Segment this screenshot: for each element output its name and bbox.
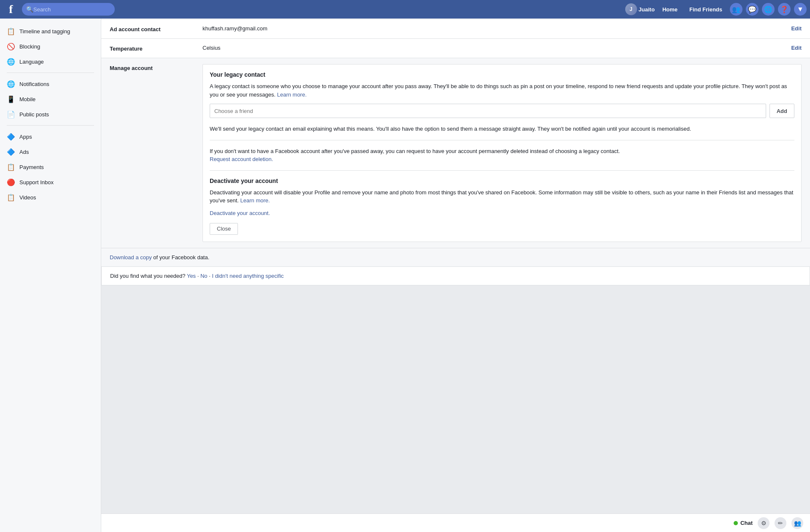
sidebar-item-label: Mobile [19, 96, 35, 102]
temperature-row: Temperature Celsius Edit [101, 39, 810, 58]
notifications-sidebar-icon: 🌐 [7, 80, 15, 88]
deletion-info-text: If you don't want to have a Facebook acc… [210, 147, 794, 164]
sidebar-item-label: Videos [19, 194, 36, 201]
find-friends-link[interactable]: Find Friends [685, 6, 726, 13]
ads-icon: 🔷 [7, 148, 15, 156]
avatar: J [625, 3, 637, 15]
sidebar-item-label: Apps [19, 134, 32, 140]
temperature-edit[interactable]: Edit [791, 45, 802, 51]
payments-icon: 📋 [7, 163, 15, 171]
sidebar-item-payments[interactable]: 📋 Payments [0, 159, 101, 175]
sidebar-item-label: Payments [19, 164, 44, 170]
public-posts-icon: 📄 [7, 110, 15, 118]
deactivate-learn-more-link[interactable]: Learn more. [240, 197, 270, 204]
sidebar-item-blocking[interactable]: 🚫 Blocking [0, 39, 101, 54]
download-link[interactable]: Download a copy [110, 254, 152, 261]
sidebar-section-general: 📋 Timeline and tagging 🚫 Blocking 🌐 Lang… [0, 24, 101, 69]
main-content: Contact Primary: khuffash.ramy@gmail.com… [101, 0, 810, 311]
ad-contact-label: Ad account contact [110, 25, 202, 32]
blocking-icon: 🚫 [7, 42, 15, 51]
ad-contact-edit[interactable]: Edit [791, 25, 802, 32]
legacy-desc: A legacy contact is someone who you choo… [210, 82, 794, 99]
ad-contact-row: Ad account contact khuffash.ramy@gmail.c… [101, 19, 810, 39]
apps-icon: 🔷 [7, 132, 15, 141]
manage-account-row: Manage account Your legacy contact A leg… [101, 58, 810, 248]
friends-icon[interactable]: 👥 [730, 3, 742, 16]
deactivate-desc: Deactivating your account will disable y… [210, 188, 794, 205]
help-icon[interactable]: ❓ [778, 3, 791, 16]
manage-account-content: Your legacy contact A legacy contact is … [202, 64, 802, 242]
sidebar-item-mobile[interactable]: 📱 Mobile [0, 91, 101, 107]
feedback-yes[interactable]: Yes [187, 273, 196, 279]
messages-icon[interactable]: 💬 [746, 3, 759, 16]
download-row: Download a copy of your Facebook data. [101, 248, 810, 267]
mobile-icon: 📱 [7, 95, 15, 103]
ad-contact-value: khuffash.ramy@gmail.com [202, 25, 784, 32]
deactivate-text: Deactivating your account will disable y… [210, 189, 793, 204]
deactivate-section: Deactivate your account Deactivating you… [210, 177, 794, 235]
deactivate-account-link[interactable]: Deactivate your account. [210, 210, 794, 216]
feedback-sep-1: · [197, 273, 200, 279]
choose-friend-row: Add [210, 104, 794, 118]
search-input[interactable] [33, 6, 105, 13]
sidebar-item-label: Support Inbox [19, 179, 54, 185]
sidebar-item-language[interactable]: 🌐 Language [0, 54, 101, 69]
temperature-label: Temperature [110, 45, 202, 52]
sidebar-item-notifications[interactable]: 🌐 Notifications [0, 76, 101, 91]
sidebar-item-ads[interactable]: 🔷 Ads [0, 144, 101, 159]
sidebar-item-timeline-tagging[interactable]: 📋 Timeline and tagging [0, 24, 101, 39]
support-inbox-icon: 🔴 [7, 178, 15, 186]
request-deletion-link[interactable]: Request account deletion. [210, 156, 273, 162]
feedback-specific[interactable]: I didn't need anything specific [212, 273, 284, 279]
add-button[interactable]: Add [770, 104, 794, 118]
legacy-card: Your legacy contact A legacy contact is … [202, 64, 802, 242]
sidebar-divider-1 [7, 73, 94, 73]
feedback-row: Did you find what you needed? Yes · No ·… [101, 267, 810, 285]
deactivate-title: Deactivate your account [210, 177, 794, 184]
sidebar-item-label: Public posts [19, 111, 49, 118]
close-button[interactable]: Close [210, 223, 238, 235]
videos-icon: 📋 [7, 193, 15, 202]
choose-friend-input[interactable] [210, 104, 766, 118]
deletion-text: If you don't want to have a Facebook acc… [210, 148, 620, 154]
sidebar-item-public-posts[interactable]: 📄 Public posts [0, 107, 101, 122]
home-link[interactable]: Home [658, 6, 682, 13]
dropdown-icon[interactable]: ▼ [794, 3, 807, 16]
user-profile-nav[interactable]: J Juaito [625, 3, 655, 15]
facebook-logo: f [3, 2, 19, 17]
divider-2 [210, 170, 794, 171]
sidebar-section-apps: 🔷 Apps 🔷 Ads 📋 Payments 🔴 Support Inbox … [0, 129, 101, 205]
search-bar[interactable]: 🔍 [22, 3, 115, 16]
search-icon: 🔍 [26, 6, 33, 13]
timeline-icon: 📋 [7, 27, 15, 35]
email-info-text: We'll send your legacy contact an email … [210, 125, 794, 133]
feedback-question: Did you find what you needed? [110, 273, 186, 279]
top-navigation: f 🔍 J Juaito Home Find Friends 👥 💬 🌐 ❓ ▼ [0, 0, 810, 19]
download-suffix: of your Facebook data. [152, 254, 210, 261]
sidebar-item-label: Timeline and tagging [19, 28, 70, 35]
sidebar-section-notifications: 🌐 Notifications 📱 Mobile 📄 Public posts [0, 76, 101, 122]
sidebar-item-label: Language [19, 59, 44, 65]
feedback-no[interactable]: No [200, 273, 208, 279]
language-icon: 🌐 [7, 57, 15, 66]
sidebar-divider-2 [7, 125, 94, 126]
manage-account-label: Manage account [110, 64, 202, 71]
notifications-icon[interactable]: 🌐 [762, 3, 775, 16]
sidebar: 📋 Timeline and tagging 🚫 Blocking 🌐 Lang… [0, 19, 101, 311]
learn-more-link-1[interactable]: Learn more. [277, 91, 307, 98]
sidebar-item-support-inbox[interactable]: 🔴 Support Inbox [0, 175, 101, 190]
sidebar-item-apps[interactable]: 🔷 Apps [0, 129, 101, 144]
divider-1 [210, 140, 794, 140]
sidebar-item-label: Blocking [19, 43, 40, 50]
username-label: Juaito [639, 6, 655, 13]
sidebar-item-videos[interactable]: 📋 Videos [0, 190, 101, 205]
sidebar-item-label: Ads [19, 149, 29, 155]
sidebar-item-label: Notifications [19, 81, 49, 87]
legacy-title: Your legacy contact [210, 71, 794, 78]
fb-logo-letter: f [9, 3, 13, 16]
temperature-value: Celsius [202, 45, 784, 51]
